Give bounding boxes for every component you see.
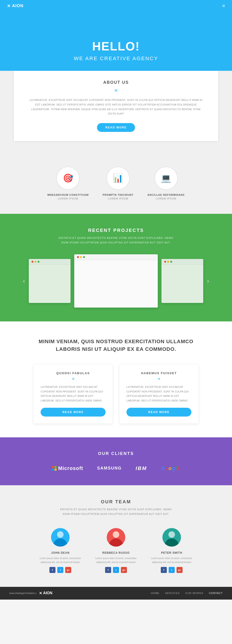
- projects-subtitle: ERITATIS ET QUASI ARCHITECTO BEATAE VITA…: [9, 236, 223, 245]
- footer-nav-contact[interactable]: CONTACT: [209, 592, 223, 594]
- footer-nav-home[interactable]: HOME: [151, 592, 159, 594]
- social-icons-0: f t g+: [37, 567, 83, 573]
- footer-logo-text: AION: [43, 591, 52, 595]
- google-label: Google: [161, 465, 180, 471]
- slide-body-left: [29, 265, 71, 302]
- projects-section: RECENT PROJECTS ERITATIS ET QUASI ARCHIT…: [0, 214, 232, 322]
- feature-subtitle-0: LOREM IPSUM: [47, 197, 89, 200]
- slide-right: [161, 259, 203, 303]
- samsung-label: SAMSUNG: [97, 466, 122, 471]
- avatar-body-2: [162, 528, 181, 546]
- dot-red-right: [164, 261, 166, 263]
- hero-subtitle: WE ARE CREATIVE AGENCY: [9, 56, 223, 62]
- avatar-head-2: [168, 531, 175, 538]
- slide-body-right: [161, 265, 203, 302]
- feature-title-0: MNESARCHUM CONSTITUAM: [47, 194, 89, 196]
- prev-arrow[interactable]: ‹: [19, 277, 29, 285]
- team-members: JOHN DEAN Lorem ipsum dolor sit amet, co…: [19, 528, 213, 573]
- feature-title-1: PROMPTA TINCIDUNT: [102, 194, 133, 196]
- quote-text: MINIM VENIAM, QUIS NOSTRUD EXERCITATION …: [19, 338, 213, 353]
- clients-logos: Microsoft SAMSUNG IBM Google: [19, 465, 213, 471]
- next-arrow[interactable]: ›: [203, 277, 213, 285]
- dot-green: [38, 261, 39, 263]
- social-icons-1: f t g+: [93, 567, 139, 573]
- feature-icon-1: 📊: [106, 166, 130, 190]
- hamburger-menu[interactable]: ≡: [222, 3, 225, 8]
- avatar-shape-1: [109, 538, 123, 546]
- footer-left: www.xharitagechristianio.c ✕ AION: [9, 591, 52, 596]
- google-btn-1[interactable]: g+: [121, 567, 127, 573]
- about-card: ABOUT US ✕ LA PARIATUR. EXCEPTEUR SINT O…: [14, 71, 218, 141]
- card-body-1: LA PARIATUR. EXCEPTEUR SINT OCCAECAT CUP…: [127, 385, 191, 403]
- feature-item-2: 💻 ANCILLAE REFORMIDANS LOREM IPSUM: [147, 166, 185, 200]
- twitter-btn-1[interactable]: t: [113, 567, 119, 573]
- hero-title: HELLO!: [9, 39, 223, 53]
- dot-yellow-main: [80, 256, 82, 258]
- footer-logo: ✕ AION: [39, 591, 52, 596]
- facebook-btn-1[interactable]: f: [105, 567, 111, 573]
- slide-top-bar-right: [161, 259, 203, 265]
- feature-icon-0: 🎯: [56, 166, 80, 190]
- member-desc-2: Lorem ipsum dolor sit amet, consectetur …: [149, 556, 195, 564]
- logo-x-icon: ✕: [7, 4, 11, 8]
- about-read-more-button[interactable]: READ MORE: [97, 123, 135, 132]
- team-subtitle: ERITATIS ET QUASI ARCHITECTO BEATAE VITA…: [19, 507, 213, 516]
- navbar-logo[interactable]: ✕ AION: [7, 4, 24, 8]
- hero-section: HELLO! WE ARE CREATIVE AGENCY: [0, 12, 232, 80]
- slide-left: [29, 259, 71, 303]
- feature-subtitle-1: LOREM IPSUM: [102, 197, 133, 200]
- dot-yellow-right: [167, 261, 169, 263]
- google-btn-0[interactable]: g+: [65, 567, 71, 573]
- projects-title: RECENT PROJECTS: [9, 228, 223, 233]
- member-desc-1: Lorem ipsum dolor sit amet, consectetur …: [93, 556, 139, 564]
- about-divider-icon: ✕: [28, 88, 204, 93]
- about-title: ABOUT US: [28, 80, 204, 85]
- team-title: OUR TEAM: [19, 499, 213, 504]
- team-member-2: PETER SMITH Lorem ipsum dolor sit amet, …: [149, 528, 195, 573]
- avatar-body-1: [107, 528, 125, 546]
- card-btn-0[interactable]: READ MORE: [41, 408, 105, 416]
- dot-yellow: [35, 261, 36, 263]
- google-btn-2[interactable]: g+: [177, 567, 183, 573]
- footer-nav-works[interactable]: OUR WORKS: [185, 592, 203, 594]
- microsoft-icon: [52, 466, 57, 471]
- avatar-0: [51, 528, 70, 546]
- avatar-2: [162, 528, 181, 546]
- facebook-btn-2[interactable]: f: [161, 567, 167, 573]
- footer-url: www.xharitagechristianio.c: [9, 592, 37, 594]
- card-btn-1[interactable]: READ MORE: [127, 408, 191, 416]
- info-card-1: HABEMUS FUISSET ✕ LA PARIATUR. EXCEPTEUR…: [120, 364, 198, 424]
- microsoft-label: Microsoft: [58, 465, 83, 471]
- avatar-shape-0: [53, 538, 67, 546]
- card-body-0: LA PARIATUR. EXCEPTEUR SINT OCCAECAT CUP…: [41, 385, 105, 403]
- feature-title-2: ANCILLAE REFORMIDANS: [147, 194, 185, 196]
- projects-slider: ‹: [9, 254, 223, 308]
- card-title-1: HABEMUS FUISSET: [127, 372, 191, 375]
- team-section: OUR TEAM ERITATIS ET QUASI ARCHITECTO BE…: [0, 485, 232, 587]
- member-name-2: PETER SMITH: [149, 551, 195, 554]
- slide-top-bar-main: [74, 254, 158, 260]
- feature-icon-2: 💻: [155, 166, 178, 190]
- about-section: ABOUT US ✕ LA PARIATUR. EXCEPTEUR SINT O…: [0, 71, 232, 155]
- feature-subtitle-2: LOREM IPSUM: [147, 197, 185, 200]
- facebook-btn-0[interactable]: f: [49, 567, 55, 573]
- slides-container: [29, 254, 203, 308]
- avatar-head-1: [113, 531, 119, 538]
- slide-body-main: [74, 260, 158, 307]
- about-body: LA PARIATUR. EXCEPTEUR SINT OCCAECAT CUP…: [28, 98, 204, 116]
- feature-item-0: 🎯 MNESARCHUM CONSTITUAM LOREM IPSUM: [47, 166, 89, 200]
- avatar-body-0: [51, 528, 70, 546]
- avatar-head-0: [57, 531, 64, 538]
- card-divider-0: ✕: [41, 377, 105, 381]
- footer-nav-services[interactable]: SERVICES: [165, 592, 180, 594]
- twitter-btn-0[interactable]: t: [57, 567, 63, 573]
- twitter-btn-2[interactable]: t: [169, 567, 175, 573]
- member-name-1: REBBECA RUSSO: [93, 551, 139, 554]
- slide-main: [74, 254, 158, 308]
- team-member-0: JOHN DEAN Lorem ipsum dolor sit amet, co…: [37, 528, 83, 573]
- feature-item-1: 📊 PROMPTA TINCIDUNT LOREM IPSUM: [102, 166, 133, 200]
- info-card-0: QUODSI FABULAS ✕ LA PARIATUR. EXCEPTEUR …: [34, 364, 112, 424]
- dot-green-right: [170, 261, 172, 263]
- dot-red-main: [77, 256, 79, 258]
- client-samsung: SAMSUNG: [97, 466, 122, 471]
